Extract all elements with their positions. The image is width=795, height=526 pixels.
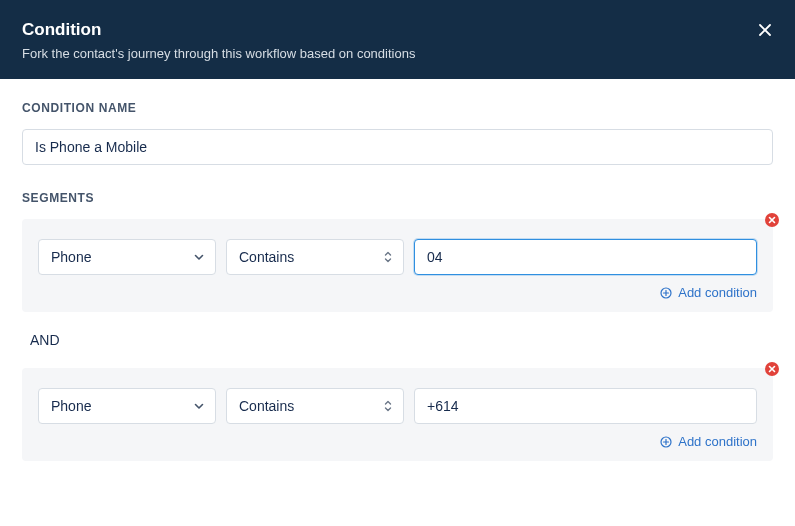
add-condition-row: Add condition: [38, 434, 757, 449]
modal-header: Condition Fork the contact's journey thr…: [0, 0, 795, 79]
add-condition-button[interactable]: Add condition: [660, 434, 757, 449]
operator-select[interactable]: Contains: [226, 388, 404, 424]
segment-block: Phone Contains Add: [22, 368, 773, 461]
value-input[interactable]: [414, 239, 757, 275]
close-button[interactable]: [753, 18, 777, 42]
field-select-label: Phone: [51, 249, 203, 265]
modal-content: CONDITION NAME SEGMENTS Phone Contains: [0, 79, 795, 461]
condition-row: Phone Contains: [38, 239, 757, 275]
condition-name-label: CONDITION NAME: [22, 101, 773, 115]
add-condition-row: Add condition: [38, 285, 757, 300]
close-icon: [768, 365, 776, 373]
field-select-label: Phone: [51, 398, 203, 414]
plus-circle-icon: [660, 436, 672, 448]
remove-segment-button[interactable]: [765, 362, 779, 376]
segments-label: SEGMENTS: [22, 191, 773, 205]
remove-segment-button[interactable]: [765, 213, 779, 227]
condition-row: Phone Contains: [38, 388, 757, 424]
add-condition-label: Add condition: [678, 434, 757, 449]
condition-name-input[interactable]: [22, 129, 773, 165]
close-icon: [768, 216, 776, 224]
value-input[interactable]: [414, 388, 757, 424]
modal-title: Condition: [22, 20, 773, 40]
segment-block: Phone Contains Add: [22, 219, 773, 312]
add-condition-button[interactable]: Add condition: [660, 285, 757, 300]
operator-select-label: Contains: [239, 398, 391, 414]
add-condition-label: Add condition: [678, 285, 757, 300]
segment-joiner: AND: [22, 312, 773, 368]
operator-select-label: Contains: [239, 249, 391, 265]
operator-select[interactable]: Contains: [226, 239, 404, 275]
field-select[interactable]: Phone: [38, 388, 216, 424]
modal-subtitle: Fork the contact's journey through this …: [22, 46, 773, 61]
plus-circle-icon: [660, 287, 672, 299]
close-icon: [757, 22, 773, 38]
field-select[interactable]: Phone: [38, 239, 216, 275]
